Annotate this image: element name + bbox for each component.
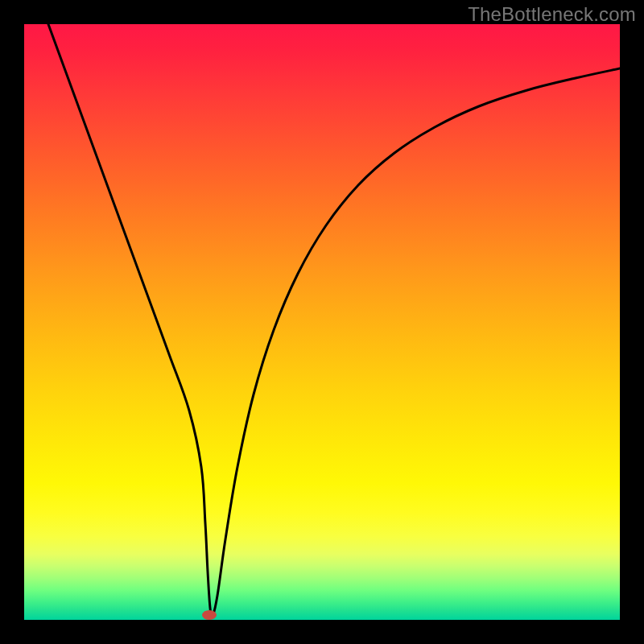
curve-svg bbox=[24, 24, 620, 620]
v-curve-line bbox=[48, 24, 620, 617]
minimum-marker bbox=[202, 610, 217, 620]
chart-frame: TheBottleneck.com bbox=[0, 0, 644, 644]
plot-area bbox=[24, 24, 620, 620]
watermark-text: TheBottleneck.com bbox=[468, 3, 636, 26]
